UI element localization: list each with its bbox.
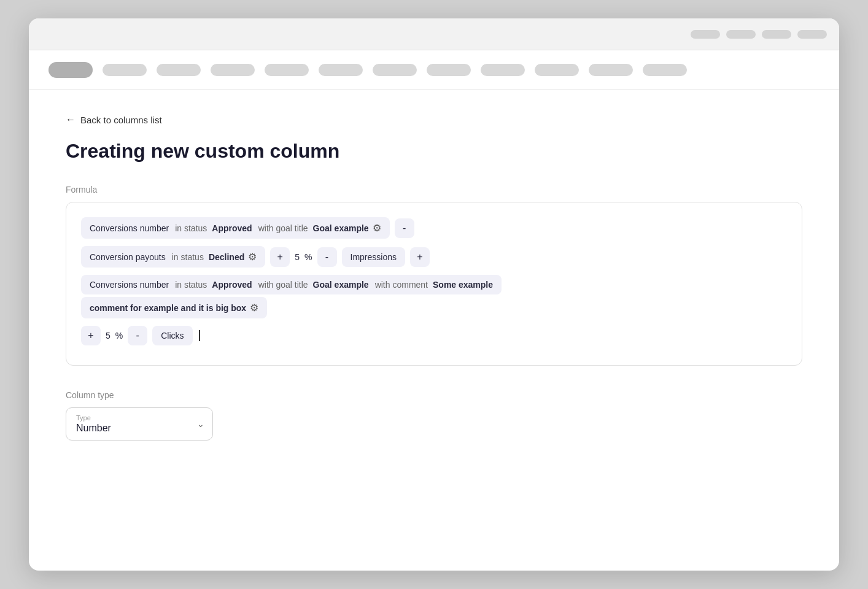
- nav-logo[interactable]: [48, 62, 93, 78]
- chip-with-goal-3: with goal title: [258, 280, 308, 290]
- formula-box[interactable]: Conversions number in status Approved wi…: [66, 202, 802, 366]
- chip-with-comment: with comment: [375, 280, 428, 290]
- select-value: Number: [76, 423, 203, 434]
- nav-item-3[interactable]: [211, 64, 255, 76]
- formula-row-3b: comment for example and it is big box ⚙: [81, 297, 787, 318]
- number-val-4: 5: [106, 331, 110, 341]
- chip-in-status-3: in status: [175, 280, 207, 290]
- formula-row-4: + 5 % - Clicks: [81, 326, 787, 345]
- nav-item-2[interactable]: [157, 64, 201, 76]
- nav-item-5[interactable]: [319, 64, 363, 76]
- chip-conversion-payouts[interactable]: Conversion payouts in status Declined ⚙: [81, 246, 265, 268]
- formula-section: Formula Conversions number in status App…: [66, 185, 802, 366]
- chip-goal-example-1: Goal example: [313, 223, 369, 233]
- chip-with-goal: with goal title: [258, 223, 308, 233]
- nav-item-1[interactable]: [103, 64, 147, 76]
- formula-row-2: Conversion payouts in status Declined ⚙ …: [81, 246, 787, 268]
- nav-item-7[interactable]: [427, 64, 471, 76]
- navbar: [29, 50, 839, 90]
- app-window: ← Back to columns list Creating new cust…: [29, 18, 839, 571]
- formula-label: Formula: [66, 185, 802, 194]
- titlebar-btn-2: [726, 30, 756, 39]
- nav-item-4[interactable]: [265, 64, 309, 76]
- plus-end-btn-2[interactable]: +: [410, 247, 430, 267]
- plus-btn-4[interactable]: +: [81, 326, 101, 345]
- column-type-label: Column type: [66, 390, 802, 400]
- number-val-2: 5: [295, 252, 300, 262]
- plus-btn-2[interactable]: +: [270, 247, 290, 267]
- nav-item-8[interactable]: [481, 64, 525, 76]
- chip-clicks-label: Clicks: [161, 331, 184, 341]
- chevron-down-icon: ⌄: [197, 419, 204, 429]
- chip-impressions-label: Impressions: [351, 252, 397, 262]
- chip-in-status-2: in status: [172, 252, 204, 262]
- chip-approved-3: Approved: [212, 280, 252, 290]
- chip-goal-example-3: Goal example: [313, 280, 369, 290]
- gear-icon-3[interactable]: ⚙: [250, 302, 258, 314]
- chip-comment-label: comment for example and it is big box: [90, 303, 246, 313]
- chip-in-status: in status: [175, 223, 207, 233]
- minus-btn-1[interactable]: -: [395, 218, 414, 238]
- page-title: Creating new custom column: [66, 140, 802, 163]
- chip-impressions[interactable]: Impressions: [342, 247, 405, 267]
- column-type-select-wrapper: Type Number ⌄: [66, 407, 213, 441]
- nav-item-9[interactable]: [535, 64, 579, 76]
- formula-row-3a: Conversions number in status Approved wi…: [81, 275, 787, 294]
- percent-val-2: %: [304, 252, 312, 262]
- nav-item-11[interactable]: [643, 64, 687, 76]
- chip-declined: Declined: [209, 252, 244, 262]
- titlebar-btn-4: [797, 30, 827, 39]
- titlebar: [29, 18, 839, 50]
- nav-item-10[interactable]: [589, 64, 633, 76]
- gear-icon-2[interactable]: ⚙: [248, 251, 257, 263]
- back-arrow-icon: ←: [66, 114, 76, 125]
- text-cursor: [199, 330, 200, 341]
- back-link[interactable]: ← Back to columns list: [66, 114, 802, 125]
- titlebar-btn-1: [691, 30, 720, 39]
- back-link-label: Back to columns list: [80, 115, 162, 125]
- minus-btn-4[interactable]: -: [128, 326, 147, 345]
- gear-icon-1[interactable]: ⚙: [373, 222, 381, 234]
- titlebar-btn-3: [762, 30, 791, 39]
- minus-btn-2[interactable]: -: [317, 247, 337, 267]
- formula-row-1: Conversions number in status Approved wi…: [81, 217, 787, 239]
- chip-label-3: Conversions number: [90, 280, 169, 290]
- main-content: ← Back to columns list Creating new cust…: [29, 90, 839, 571]
- chip-comment-text[interactable]: comment for example and it is big box ⚙: [81, 297, 267, 318]
- nav-item-6[interactable]: [373, 64, 417, 76]
- chip-payouts-label: Conversion payouts: [90, 252, 166, 262]
- select-type-label: Type: [76, 414, 203, 422]
- percent-val-4: %: [115, 331, 123, 341]
- chip-label: Conversions number: [90, 223, 169, 233]
- column-type-select[interactable]: Type Number: [66, 407, 213, 441]
- chip-clicks[interactable]: Clicks: [152, 326, 192, 345]
- column-type-section: Column type Type Number ⌄: [66, 390, 802, 441]
- chip-conversions-number-1[interactable]: Conversions number in status Approved wi…: [81, 217, 390, 239]
- chip-approved-1: Approved: [212, 223, 252, 233]
- chip-conversions-number-3[interactable]: Conversions number in status Approved wi…: [81, 275, 502, 294]
- chip-some-example: Some example: [433, 280, 493, 290]
